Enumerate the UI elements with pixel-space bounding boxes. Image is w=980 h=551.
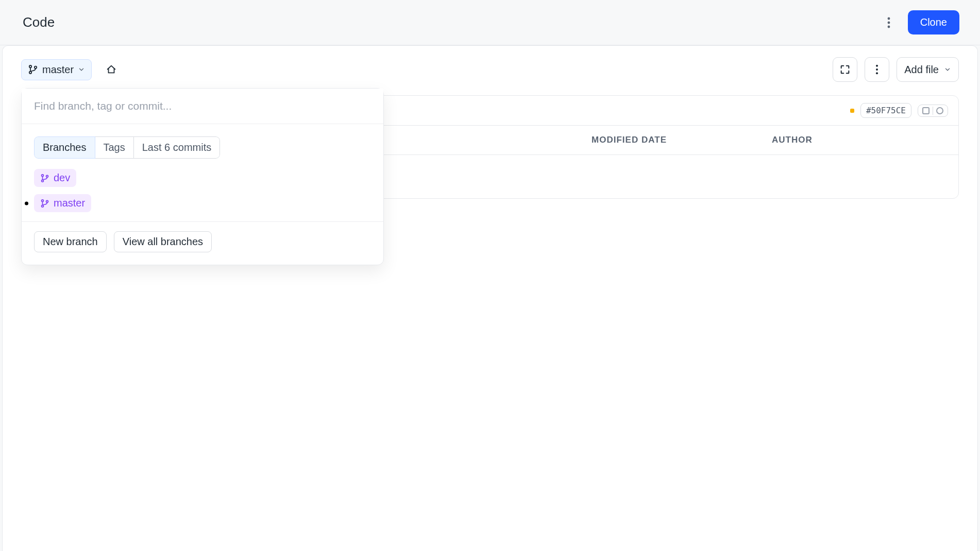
new-branch-button[interactable]: New branch [34, 231, 107, 252]
branch-name: dev [54, 172, 70, 184]
col-author: AUTHOR [772, 135, 947, 145]
fullscreen-icon [839, 64, 851, 75]
branch-name: master [54, 197, 85, 209]
diff-circle-icon [936, 107, 943, 114]
branch-search-input[interactable] [22, 89, 383, 124]
chevron-down-icon [78, 66, 85, 73]
commit-hash-pill[interactable]: #50F75CE [860, 103, 911, 118]
branch-chip[interactable]: dev [34, 169, 76, 187]
page-title: Code [23, 14, 55, 30]
branch-icon [40, 199, 49, 208]
svg-point-2 [887, 25, 890, 28]
header-more-button[interactable] [878, 12, 900, 33]
repo-root-button[interactable] [102, 60, 121, 79]
svg-point-7 [876, 68, 878, 71]
seg-last-commits[interactable]: Last 6 commits [133, 136, 220, 159]
add-file-label: Add file [904, 64, 939, 76]
chevron-down-icon [944, 66, 951, 73]
branch-icon [28, 64, 38, 75]
diff-square-icon [922, 107, 930, 114]
more-vertical-icon [875, 64, 878, 75]
seg-tags[interactable]: Tags [95, 136, 134, 159]
branch-row: dev [34, 169, 371, 187]
branch-dropdown: Branches Tags Last 6 commits devmaster N… [21, 88, 384, 265]
add-file-button[interactable]: Add file [897, 57, 959, 82]
svg-point-1 [887, 21, 890, 24]
build-status-dot [850, 109, 854, 113]
branch-icon [40, 174, 49, 183]
diff-toggle-button[interactable] [918, 105, 948, 117]
svg-point-8 [876, 72, 878, 74]
fullscreen-button[interactable] [833, 57, 857, 82]
branch-selector-button[interactable]: master [21, 59, 92, 80]
current-branch-dot [25, 201, 28, 205]
view-all-branches-button[interactable]: View all branches [114, 231, 212, 252]
svg-point-0 [887, 17, 890, 20]
divider [933, 107, 933, 115]
ref-type-segmented: Branches Tags Last 6 commits [34, 136, 220, 159]
col-modified: MODIFIED DATE [592, 135, 772, 145]
clone-button[interactable]: Clone [908, 10, 959, 35]
more-vertical-icon [887, 16, 890, 29]
branch-chip[interactable]: master [34, 194, 91, 212]
seg-branches[interactable]: Branches [34, 136, 95, 159]
toolbar-more-button[interactable] [865, 57, 889, 82]
home-icon [106, 64, 117, 75]
branch-row: master [34, 194, 371, 212]
branch-selector-label: master [42, 64, 74, 76]
svg-point-6 [876, 65, 878, 67]
